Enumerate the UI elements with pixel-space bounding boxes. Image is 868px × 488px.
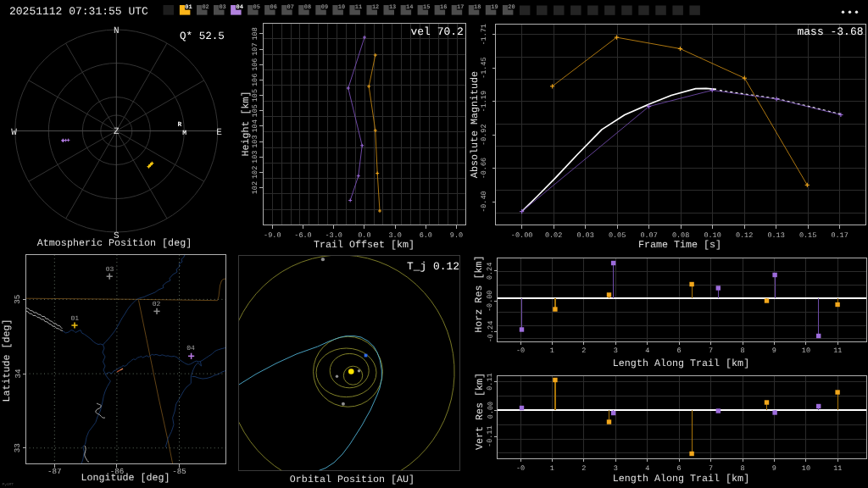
- svg-text:6: 6: [677, 464, 682, 473]
- svg-text:Z: Z: [114, 127, 120, 137]
- svg-text:-0: -0: [516, 464, 525, 473]
- svg-text:10: 10: [802, 347, 810, 355]
- svg-text:0.00: 0.00: [487, 402, 495, 419]
- svg-text:105: 105: [252, 104, 260, 117]
- svg-text:03: 03: [219, 4, 225, 11]
- svg-text:4: 4: [645, 347, 649, 355]
- svg-text:Length Along Trail [km]: Length Along Trail [km]: [613, 358, 749, 369]
- svg-text:09: 09: [321, 4, 328, 11]
- svg-text:mass -3.68: mass -3.68: [797, 25, 863, 38]
- svg-text:0.05: 0.05: [609, 231, 626, 240]
- svg-text:102: 102: [252, 166, 260, 179]
- svg-text:8: 8: [740, 464, 744, 473]
- svg-text:-0.24: -0.24: [487, 321, 495, 343]
- svg-text:0.24: 0.24: [487, 263, 495, 280]
- svg-text:-1.19: -1.19: [481, 91, 489, 113]
- svg-text:0.13: 0.13: [767, 231, 784, 240]
- svg-text:9: 9: [772, 347, 776, 355]
- svg-text:1: 1: [550, 464, 554, 473]
- svg-text:7: 7: [709, 347, 713, 355]
- svg-text:3: 3: [614, 347, 618, 355]
- svg-text:Longitude [deg]: Longitude [deg]: [81, 472, 170, 484]
- svg-text:9.0: 9.0: [450, 231, 463, 240]
- svg-text:2: 2: [581, 464, 586, 473]
- svg-text:W: W: [11, 128, 17, 138]
- svg-text:16: 16: [440, 4, 447, 11]
- svg-text:02: 02: [153, 301, 161, 308]
- svg-text:6.0: 6.0: [420, 231, 432, 240]
- svg-text:103: 103: [252, 135, 260, 147]
- svg-text:2: 2: [581, 347, 586, 355]
- svg-text:0.10: 0.10: [704, 231, 721, 240]
- svg-text:-0.00: -0.00: [511, 231, 533, 240]
- svg-text:-0.00: -0.00: [487, 291, 495, 313]
- svg-text:-85: -85: [172, 467, 186, 476]
- svg-text:10: 10: [802, 464, 810, 473]
- svg-text:Frame Time [s]: Frame Time [s]: [638, 239, 721, 251]
- svg-text:Vert Res [km]: Vert Res [km]: [474, 373, 486, 450]
- svg-text:0.0: 0.0: [358, 231, 370, 240]
- svg-text:0.02: 0.02: [545, 231, 562, 240]
- svg-text:20251112 07:31:55 UTC: 20251112 07:31:55 UTC: [9, 5, 148, 18]
- svg-text:Latitude [deg]: Latitude [deg]: [1, 319, 13, 402]
- svg-text:vel 70.2: vel 70.2: [411, 25, 464, 38]
- svg-text:6: 6: [677, 347, 682, 355]
- svg-text:0.07: 0.07: [640, 231, 657, 240]
- svg-text:3: 3: [614, 464, 618, 473]
- svg-text:107: 107: [252, 42, 260, 55]
- svg-text:34: 34: [14, 369, 23, 379]
- svg-text:104: 104: [252, 119, 260, 132]
- svg-text:Atmospheric Position [deg]: Atmospheric Position [deg]: [37, 237, 192, 249]
- svg-text:0.08: 0.08: [672, 231, 689, 240]
- svg-text:11: 11: [833, 347, 842, 355]
- svg-text:-0.92: -0.92: [481, 124, 489, 146]
- svg-text:02: 02: [202, 4, 209, 11]
- svg-text:11: 11: [355, 4, 362, 11]
- svg-text:12: 12: [372, 4, 379, 11]
- svg-text:03: 03: [106, 266, 114, 274]
- svg-text:18: 18: [474, 4, 481, 11]
- svg-text:PyGMT: PyGMT: [3, 482, 14, 487]
- svg-text:Height [km]: Height [km]: [240, 91, 252, 156]
- svg-text:11: 11: [833, 464, 842, 473]
- svg-text:14: 14: [406, 4, 413, 11]
- svg-text:9: 9: [772, 464, 776, 473]
- svg-text:N: N: [114, 26, 120, 36]
- svg-text:0.11: 0.11: [487, 373, 495, 390]
- svg-text:06: 06: [270, 4, 276, 11]
- svg-text:08: 08: [304, 4, 311, 11]
- svg-text:-6.0: -6.0: [294, 231, 311, 240]
- svg-text:15: 15: [423, 4, 430, 11]
- svg-text:04: 04: [186, 345, 195, 352]
- svg-text:1: 1: [550, 347, 554, 355]
- svg-text:0.12: 0.12: [736, 231, 753, 240]
- svg-text:07: 07: [287, 4, 294, 11]
- svg-text:17: 17: [457, 4, 464, 11]
- svg-text:-0: -0: [516, 347, 525, 355]
- svg-text:-3.0: -3.0: [325, 231, 342, 240]
- svg-text:-0.40: -0.40: [481, 191, 489, 213]
- svg-text:T_j 0.12: T_j 0.12: [407, 260, 459, 273]
- svg-text:Trail Offset [km]: Trail Offset [km]: [314, 239, 415, 251]
- svg-text:Q* 52.5: Q* 52.5: [180, 30, 225, 42]
- svg-text:-1.71: -1.71: [481, 24, 489, 46]
- svg-text:Length Along Trail [km]: Length Along Trail [km]: [613, 473, 749, 485]
- svg-text:-0.66: -0.66: [481, 158, 489, 180]
- svg-text:35: 35: [14, 295, 23, 304]
- svg-text:102: 102: [252, 181, 260, 194]
- svg-text:108: 108: [252, 27, 260, 40]
- svg-text:106: 106: [252, 58, 260, 71]
- svg-text:19: 19: [491, 4, 498, 11]
- svg-text:10: 10: [338, 4, 345, 11]
- svg-text:Absolute Magnitude: Absolute Magnitude: [469, 71, 481, 178]
- svg-text:0.03: 0.03: [576, 231, 593, 240]
- svg-text:8: 8: [740, 347, 744, 355]
- svg-text:3.0: 3.0: [388, 231, 401, 240]
- svg-text:0.17: 0.17: [831, 231, 848, 240]
- svg-text:103: 103: [252, 151, 260, 164]
- svg-text:-1.45: -1.45: [481, 57, 489, 79]
- svg-text:33: 33: [14, 443, 23, 452]
- svg-text:105: 105: [252, 89, 260, 102]
- svg-text:E: E: [216, 128, 222, 138]
- svg-text:4: 4: [645, 464, 649, 473]
